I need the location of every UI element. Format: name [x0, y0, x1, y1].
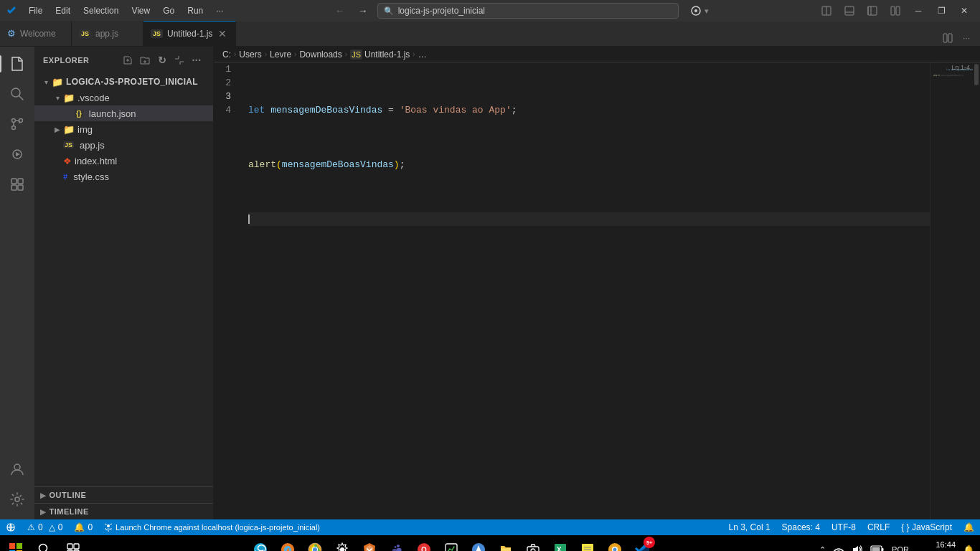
taskbar-app-chrome-dev[interactable]	[602, 537, 628, 551]
tray-chevron[interactable]: ⌃	[816, 537, 829, 551]
taskbar-app-excel[interactable]: X	[547, 537, 573, 551]
tree-root-folder[interactable]: ▾ 📁 LOGICA-JS-PROJETO_INICIAL	[34, 74, 213, 90]
new-folder-button[interactable]	[137, 52, 153, 68]
sidebar-more-actions[interactable]: ···	[189, 52, 204, 68]
menu-selection[interactable]: Selection	[77, 4, 124, 17]
breadcrumb-downloads[interactable]: Downloads	[299, 50, 341, 60]
activity-git[interactable]	[3, 110, 32, 138]
tab-welcome[interactable]: ⚙ Welcome	[0, 21, 72, 46]
menu-go[interactable]: Go	[157, 4, 180, 17]
outline-panel-header[interactable]: ▶ OUTLINE	[34, 487, 213, 503]
status-debug-button[interactable]: Launch Chrome against localhost (logica-…	[98, 519, 326, 535]
close-button[interactable]: ✕	[954, 3, 974, 19]
activity-settings[interactable]	[3, 485, 32, 514]
status-errors-button[interactable]: ⚠ 0 △ 0	[22, 519, 68, 535]
tree-item-vscode-folder[interactable]: ▾ 📁 .vscode	[34, 90, 213, 105]
status-eol[interactable]: CRLF	[862, 519, 895, 535]
scrollbar-thumb[interactable]	[974, 64, 979, 85]
tree-item-appjs[interactable]: JS app.js	[34, 137, 213, 153]
activity-account[interactable]	[3, 455, 32, 484]
line-num-4: 4	[214, 103, 240, 117]
search-taskbar-button[interactable]	[32, 537, 57, 551]
tray-network[interactable]	[830, 537, 847, 551]
tree-item-launch-json[interactable]: {} launch.json	[34, 105, 213, 121]
breadcrumb-users[interactable]: Users	[239, 50, 261, 60]
code-lines[interactable]: let mensagemDeBoasVindas = 'Boas vindas …	[245, 62, 930, 519]
nav-forward-button[interactable]: →	[354, 2, 372, 19]
timeline-chevron-icon: ▶	[40, 508, 47, 516]
status-spaces[interactable]: Spaces: 4	[776, 519, 826, 535]
tree-item-index-html[interactable]: ❖ index.html	[34, 153, 213, 169]
taskbar-app-teams[interactable]	[384, 537, 410, 551]
refresh-button[interactable]: ↻	[154, 52, 170, 68]
activity-debug[interactable]	[3, 140, 32, 169]
breadcrumb-levre[interactable]: Levre	[270, 50, 291, 60]
img-folder-chevron: ▶	[52, 123, 63, 135]
search-icon: 🔍	[384, 6, 394, 16]
taskbar-app-edge[interactable]	[248, 537, 273, 551]
code-container[interactable]: 1 2 3 4 let mensagemDeBoasVindas = 'Boas…	[214, 62, 980, 519]
taskbar-app-settings[interactable]	[329, 537, 355, 551]
breadcrumb-more[interactable]: …	[418, 50, 427, 60]
restore-button[interactable]: ❐	[931, 3, 951, 19]
tab-actions: ···	[934, 30, 980, 46]
tab-untitled1js[interactable]: JS Untitled-1.js ✕	[143, 21, 236, 46]
tree-item-style-css[interactable]: # style.css	[34, 169, 213, 184]
taskbar-app-chrome[interactable]	[302, 537, 328, 551]
taskbar-app-firefox[interactable]	[275, 537, 301, 551]
status-bell-button[interactable]: 🔔	[958, 519, 980, 535]
breadcrumb-file[interactable]: JS Untitled-1.js	[350, 50, 410, 60]
tray-language[interactable]: POR	[889, 537, 912, 551]
menu-edit[interactable]: Edit	[50, 4, 76, 17]
start-button[interactable]	[3, 537, 29, 551]
split-editor-button[interactable]	[885, 3, 905, 19]
search-input[interactable]	[398, 6, 672, 16]
panel-toggle-button[interactable]	[839, 3, 859, 19]
taskbar-app-camera[interactable]	[520, 537, 546, 551]
nav-back-button[interactable]: ←	[331, 2, 349, 19]
activity-explorer[interactable]	[3, 50, 32, 78]
tab-appjs[interactable]: JS app.js	[72, 21, 143, 46]
tray-volume[interactable]	[849, 537, 866, 551]
activity-search[interactable]	[3, 80, 32, 108]
taskbar-app-office[interactable]: O	[411, 537, 437, 551]
split-editor-right-button[interactable]	[940, 30, 956, 46]
taskview-button[interactable]	[60, 537, 86, 551]
copilot-button[interactable]: ▾	[684, 4, 715, 18]
menu-file[interactable]: File	[23, 4, 48, 17]
tree-item-img-folder[interactable]: ▶ 📁 img	[34, 121, 213, 137]
taskbar-app-nordvpn[interactable]	[466, 537, 491, 551]
timeline-panel-header[interactable]: ▶ TIMELINE	[34, 504, 213, 519]
taskbar-app-sticky[interactable]	[575, 537, 600, 551]
taskbar-left	[3, 537, 86, 551]
scrollbar-track[interactable]	[973, 62, 980, 519]
menu-more[interactable]: ···	[210, 4, 229, 17]
status-ln-col[interactable]: Ln 3, Col 1	[723, 519, 776, 535]
status-language[interactable]: { } JavaScript	[895, 519, 958, 535]
activity-extensions[interactable]	[3, 170, 32, 199]
taskbar-app-taskmanager[interactable]	[438, 537, 464, 551]
layout-toggle-button[interactable]	[816, 3, 837, 19]
tray-battery[interactable]	[867, 537, 887, 551]
tray-notification-button[interactable]: 🔔	[960, 537, 977, 551]
menu-view[interactable]: View	[126, 4, 156, 17]
taskbar-app-files[interactable]	[493, 537, 519, 551]
tray-clock[interactable]: 16:44 17/01/2025	[913, 537, 958, 551]
search-bar[interactable]: 🔍	[377, 3, 679, 19]
menu-run[interactable]: Run	[182, 4, 209, 17]
breadcrumb-c[interactable]: C:	[222, 50, 231, 60]
minimize-button[interactable]: ─	[908, 3, 928, 19]
status-notifications-button[interactable]: 🔔 0	[68, 519, 98, 535]
taskbar-app-vscode[interactable]: 9+	[629, 537, 655, 551]
tab-close-button[interactable]: ✕	[217, 28, 228, 39]
taskbar-app-brave[interactable]	[357, 537, 382, 551]
timeline-label: TIMELINE	[50, 507, 89, 516]
sidebar-header: Explorer ↻	[34, 47, 213, 74]
status-encoding[interactable]: UTF-8	[826, 519, 862, 535]
title-bar-center: ← → 🔍 ▾	[308, 2, 738, 19]
sidebar-toggle-button[interactable]	[862, 3, 882, 19]
collapse-button[interactable]	[171, 52, 187, 68]
new-file-button[interactable]	[120, 52, 136, 68]
more-actions-button[interactable]: ···	[958, 30, 974, 46]
status-remote-button[interactable]	[0, 519, 22, 535]
